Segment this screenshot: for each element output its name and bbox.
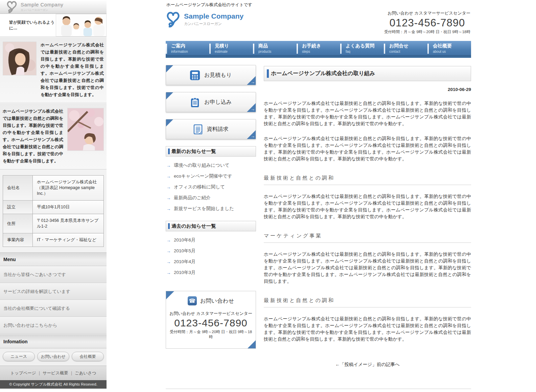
news-button[interactable]: ニュース	[3, 352, 35, 361]
arrow-icon: →	[166, 259, 171, 264]
contact-button[interactable]: お問い合わせ	[37, 352, 69, 361]
sidebar-item-company[interactable]: 当社の会社概要について確認する	[0, 300, 107, 317]
nav-label-en: steps	[302, 50, 340, 53]
news-item[interactable]: →最新商品のご紹介	[166, 192, 255, 203]
news-archive-item[interactable]: →2010年4月	[166, 256, 255, 267]
table-row: 設立 平成10年1月10日	[3, 201, 104, 214]
phone-icon: ☎	[188, 296, 197, 305]
nav-label-en: contact	[389, 50, 427, 53]
nav-label-en: information	[171, 50, 209, 53]
news-archive-item[interactable]: →2010年3月	[166, 267, 255, 278]
article-paragraph: ホームページサンプル株式会社では最新技術と自然との調和を目指します。革新的な技術…	[264, 193, 471, 220]
news-archive-item[interactable]: →2010年6月	[166, 235, 255, 246]
news-item-label: ecoキャンペーン開催中です	[174, 173, 232, 179]
nav-item-contact[interactable]: お問合せ contact	[384, 41, 427, 55]
company-info-block: 会社名 ホームページサンプル株式会社 （英語表記 Homepage sample…	[0, 169, 107, 252]
news-archive-item[interactable]: →2010年5月	[166, 246, 255, 256]
footer-link-greeting[interactable]: ごあいさつ	[75, 371, 96, 375]
arrow-icon: →	[166, 238, 171, 243]
article-paragraph: ホームページサンプル株式会社では最新技術と自然との調和を目指します。革新的な技術…	[264, 316, 471, 343]
portrait-photo	[3, 42, 37, 75]
sidebar-item-services[interactable]: サービスの詳細を解説しています	[0, 283, 107, 300]
nav-item-about[interactable]: 会社概要 about us	[427, 41, 471, 55]
news-item[interactable]: →ecoキャンペーン開催中です	[166, 171, 255, 182]
office-hours: 受付時間：月～金 9時～20時 日・祝日 9時～18時	[384, 29, 470, 34]
nav-label-en: products	[258, 50, 297, 53]
information-heading: Infomation	[0, 334, 107, 348]
nav-item-faq[interactable]: よくある質問 faq	[340, 41, 384, 55]
logo-heart-icon	[166, 10, 181, 28]
news-item[interactable]: →オフィスの移転に関して	[166, 182, 255, 192]
article-paragraph: ホームページサンプル株式会社では最新技術と自然との調和を目指します。革新的な技術…	[264, 100, 471, 127]
arrow-icon: →	[166, 195, 171, 201]
archive-label: 2010年3月	[174, 270, 196, 276]
phone-number: 0123-456-7890	[384, 17, 470, 29]
nav-item-estimate[interactable]: 見積り estimate	[209, 41, 253, 55]
archive-label: 2010年4月	[174, 259, 196, 265]
button-label: お見積もり	[204, 72, 232, 79]
intro-text: ホームページサンプル株式会社では最新技術と自然との調和を目指します。革新的な技術…	[3, 108, 63, 165]
nav-label-jp: ご案内	[171, 43, 209, 49]
logo-slogan: カンパニースローガン	[184, 21, 243, 26]
arrow-icon: →	[166, 185, 171, 190]
article-date: 2010-06-29	[264, 87, 471, 92]
contact-box-hours: 受付時間：月～金 9時～20時 日・祝日 9時～18時	[169, 329, 253, 340]
contact-box-title: お問い合わせ	[200, 297, 234, 305]
past-news-list: →2010年6月 →2010年5月 →2010年4月 →2010年3月	[166, 231, 256, 283]
hero-caption: 皆が笑顔でいられるように…	[9, 20, 56, 31]
nav-label-jp: よくある質問	[346, 43, 384, 49]
arrow-icon: →	[251, 79, 255, 85]
company-label: 住所	[3, 214, 33, 233]
nav-label-jp: 会社概要	[433, 43, 471, 49]
nav-item-products[interactable]: 商品 products	[253, 41, 297, 55]
blossom-photo	[67, 108, 104, 151]
nav-label-en: estimate	[215, 50, 253, 53]
past-news-heading: 過去のお知らせ一覧	[166, 221, 256, 231]
arrow-icon: →	[166, 206, 171, 211]
contact-box-title-row: ☎ お問い合わせ	[169, 296, 253, 305]
nav-item-steps[interactable]: お手続き steps	[297, 41, 340, 55]
company-info-table: 会社名 ホームページサンプル株式会社 （英語表記 Homepage sample…	[3, 175, 104, 247]
page-footer: Sample Company カンパニースローガン →eco・環境事業 →コンピ…	[166, 389, 471, 392]
header-contact: お問い合わせ カスタマーサービスセンター 0123-456-7890 受付時間：…	[384, 10, 470, 34]
previous-article-link[interactable]: ←「投稿イメージ」前の記事へ	[264, 362, 471, 368]
article-title: ホームページサンプル株式会社の取り組み	[264, 66, 471, 81]
article-paragraph: ホームページサンプル株式会社では最新技術と自然との調和を目指します。革新的な技術…	[264, 135, 471, 162]
article: ホームページサンプル株式会社の取り組み 2010-06-29 ホームページサンプ…	[264, 65, 471, 368]
apply-button[interactable]: お申し込み →	[166, 92, 256, 112]
table-row: 会社名 ホームページサンプル株式会社 （英語表記 Homepage sample…	[3, 176, 104, 201]
left-column: お見積もり → お申し込み →	[166, 65, 256, 368]
article-subheading: 最新技術と自然との調和	[264, 175, 471, 185]
nav-label-jp: 商品	[258, 43, 297, 49]
footer-link-services[interactable]: サービス概要	[43, 371, 75, 375]
contact-box-label: お問い合わせ カスタマーサービスセンター	[169, 311, 253, 317]
news-item[interactable]: →新規サービスを開始しました	[166, 203, 255, 214]
site-note: ホームページサンプル株式会社のサイトです	[166, 0, 471, 8]
menu-heading: Menu	[0, 252, 107, 266]
company-label: 会社名	[3, 176, 33, 201]
sidebar-item-greeting[interactable]: 当社から皆様へごあいさつです	[0, 266, 107, 283]
contact-box-phone: 0123-456-7890	[169, 317, 253, 329]
sidebar-copyright: © Copyright サンプル株式会社 All Rights Reseved.	[0, 380, 107, 389]
page-header: Sample Company カンパニースローガン お問い合わせ カスタマーサー…	[166, 10, 471, 37]
archive-label: 2010年5月	[174, 248, 196, 254]
company-value: IT・マーケティング・福祉など	[33, 233, 104, 247]
article-subheading: 最新技術と自然との調和	[264, 297, 471, 307]
news-item[interactable]: →環境への取り組みについて	[166, 160, 255, 171]
information-buttons: ニュース お問い合わせ 会社概要	[0, 348, 107, 366]
sidebar-item-contact[interactable]: お問い合わせはこちらから	[0, 317, 107, 334]
sidebar-intro-section-1: ホームページサンプル株式会社では最新技術と自然との調和を目指します。革新的な技術…	[0, 37, 107, 103]
archive-label: 2010年6月	[174, 237, 196, 243]
company-value: 平成10年1月10日	[33, 201, 104, 214]
main-content: ホームページサンプル株式会社のサイトです Sample Company カンパニ…	[166, 0, 471, 392]
sidebar-logo-slogan: カンパニースローガン	[21, 8, 63, 12]
nav-item-information[interactable]: ご案内 information	[166, 41, 209, 55]
about-button[interactable]: 会社概要	[72, 352, 104, 361]
company-value: ホームページサンプル株式会社 （英語表記 Homepage sample Inc…	[33, 176, 104, 201]
latest-news-list: →環境への取り組みについて →ecoキャンペーン開催中です →オフィスの移転に関…	[166, 157, 256, 220]
estimate-button[interactable]: お見積もり →	[166, 65, 256, 85]
button-label: お申し込み	[204, 99, 232, 106]
brochure-button[interactable]: 資料請求 →	[166, 119, 256, 139]
article-subheading: マーケティング事業	[264, 233, 471, 243]
footer-link-top[interactable]: トップページ	[10, 371, 43, 375]
